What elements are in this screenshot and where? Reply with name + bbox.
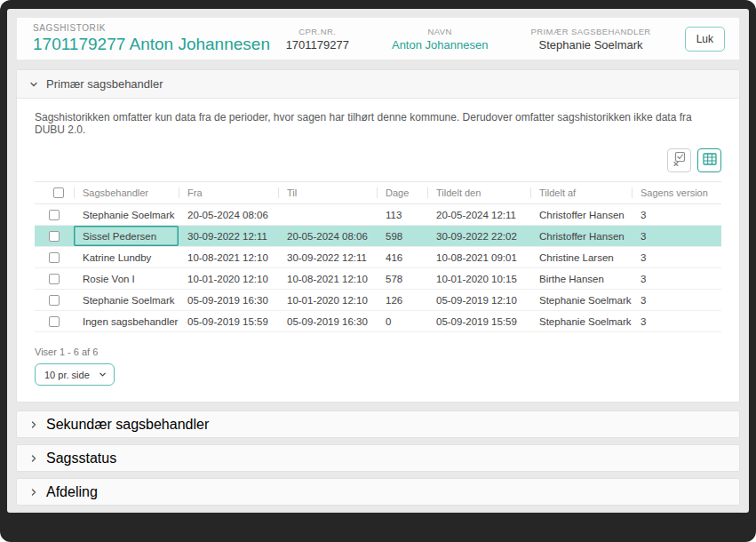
- field-primaer-label: PRIMÆR SAGSBEHANDLER: [530, 27, 650, 36]
- field-navn-label: NAVN: [428, 27, 452, 36]
- chevron-right-icon: [29, 454, 38, 463]
- column-header-til[interactable]: Til: [278, 182, 377, 203]
- cell-sagens-version: 3: [632, 274, 721, 284]
- column-header-sagsbehandler[interactable]: Sagsbehandler: [74, 182, 179, 203]
- cell-dage: 578: [377, 274, 427, 284]
- cell-sagsbehandler: Stephanie Soelmark: [74, 295, 179, 306]
- row-checkbox-cell: [35, 252, 74, 263]
- table-row[interactable]: Rosie Von I 10-01-2020 12:10 10-08-2021 …: [35, 268, 721, 290]
- section-primaer-sagsbehandler: Primær sagsbehandler Sagshistorikken omf…: [16, 69, 740, 403]
- cell-fra: 10-01-2020 12:10: [179, 274, 278, 284]
- cell-tildelt-den: 05-09-2019 15:59: [427, 316, 530, 327]
- column-header-tildelt-den[interactable]: Tildelt den: [427, 182, 530, 203]
- field-navn: NAVN Anton Johannesen: [392, 27, 488, 52]
- table-view-button[interactable]: [697, 148, 721, 172]
- accordion-header-collapsed[interactable]: Sekundær sagsbehandler: [16, 410, 740, 438]
- cell-tildelt-af: Stephanie Soelmark: [530, 316, 632, 327]
- cell-dage: 416: [377, 252, 427, 263]
- select-all-checkbox[interactable]: [53, 187, 64, 198]
- clear-selection-button[interactable]: [667, 148, 691, 172]
- accordion-header-collapsed[interactable]: Afdeling: [16, 478, 740, 506]
- field-cprnr: CPR.NR. 1701179277: [286, 27, 349, 52]
- chevron-down-icon: [29, 80, 38, 89]
- cell-sagsbehandler: Stephanie Soelmark: [74, 210, 179, 220]
- table-row[interactable]: Stephanie Soelmark 05-09-2019 16:30 10-0…: [35, 290, 721, 311]
- table-row[interactable]: Katrine Lundby 10-08-2021 12:10 30-09-20…: [35, 247, 721, 268]
- cell-dage: 0: [377, 316, 427, 327]
- cell-til: 10-08-2021 12:10: [278, 274, 377, 284]
- cell-til: 10-01-2020 12:10: [278, 295, 377, 306]
- cell-tildelt-den: 05-09-2019 12:10: [427, 295, 530, 306]
- chevron-right-icon: [29, 488, 38, 497]
- page-title: 1701179277 Anton Johannesen: [33, 35, 270, 54]
- dialog-header: SAGSHISTORIK 1701179277 Anton Johannesen…: [16, 17, 740, 60]
- cell-fra: 30-09-2022 12:11: [179, 231, 278, 242]
- cell-sagsbehandler: Katrine Lundby: [74, 252, 179, 263]
- table-row[interactable]: Stephanie Soelmark 20-05-2024 08:06 113 …: [35, 204, 721, 226]
- info-text: Sagshistorikken omfatter kun data fra de…: [35, 111, 721, 136]
- field-navn-value-link[interactable]: Anton Johannesen: [392, 38, 488, 52]
- cell-tildelt-af: Birthe Hansen: [530, 274, 632, 284]
- accordion-header-primaer[interactable]: Primær sagsbehandler: [17, 70, 739, 98]
- dialog-overline: SAGSHISTORIK: [33, 23, 270, 33]
- cell-dage: 113: [377, 210, 427, 220]
- cell-til: 20-05-2024 08:06: [278, 231, 377, 242]
- row-checkbox-cell: [35, 316, 74, 327]
- cell-sagens-version: 3: [632, 231, 721, 242]
- accordion-title: Sagsstatus: [46, 450, 116, 466]
- page-size-select[interactable]: 10 pr. side: [35, 363, 115, 386]
- column-header-tildelt-af[interactable]: Tildelt af: [530, 182, 632, 203]
- saghistorik-dialog: SAGSHISTORIK 1701179277 Anton Johannesen…: [7, 9, 749, 513]
- cell-dage: 598: [377, 231, 427, 242]
- row-checkbox[interactable]: [49, 274, 60, 284]
- cell-tildelt-af: Stephanie Soelmark: [530, 295, 632, 306]
- cell-dage: 126: [377, 295, 427, 306]
- cell-til: 05-09-2019 16:30: [278, 316, 377, 327]
- row-checkbox[interactable]: [49, 252, 60, 263]
- cell-sagens-version: 3: [632, 316, 721, 327]
- table-header-row: Sagsbehandler Fra Til Dage Tildelt den T…: [35, 181, 721, 204]
- cell-sagens-version: 3: [632, 210, 721, 220]
- header-fields: CPR.NR. 1701179277 NAVN Anton Johannesen…: [286, 27, 651, 52]
- cell-tildelt-af: Christine Larsen: [530, 252, 632, 263]
- column-header-fra[interactable]: Fra: [179, 182, 278, 203]
- table-row[interactable]: Sissel Pedersen 30-09-2022 12:11 20-05-2…: [35, 226, 721, 247]
- chevron-right-icon: [29, 420, 38, 429]
- table-row[interactable]: Ingen sagsbehandler 05-09-2019 15:59 05-…: [35, 311, 721, 332]
- cell-sagsbehandler: Sissel Pedersen: [74, 226, 179, 246]
- accordion-title: Sekundær sagsbehandler: [46, 417, 209, 433]
- pagination-summary: Viser 1 - 6 af 6: [35, 347, 721, 357]
- column-header-sagens-version[interactable]: Sagens version: [632, 182, 721, 203]
- cell-tildelt-den: 30-09-2022 22:02: [427, 231, 530, 242]
- cell-sagsbehandler: Rosie Von I: [74, 274, 179, 284]
- cell-tildelt-af: Christoffer Hansen: [530, 231, 632, 242]
- accordion-title: Afdeling: [46, 484, 98, 500]
- table-toolbar: [35, 148, 721, 172]
- cell-fra: 05-09-2019 15:59: [179, 316, 278, 327]
- row-checkbox-cell: [35, 295, 74, 306]
- cell-fra: 10-08-2021 12:10: [179, 252, 278, 263]
- row-checkbox-cell: [35, 274, 74, 284]
- cell-til: 30-09-2022 12:11: [278, 252, 377, 263]
- field-primaer-value: Stephanie Soelmark: [538, 38, 642, 52]
- row-checkbox[interactable]: [49, 231, 60, 242]
- select-all-checkbox-cell: [35, 182, 74, 203]
- row-checkbox[interactable]: [49, 316, 60, 327]
- cell-sagens-version: 3: [632, 295, 721, 306]
- row-checkbox[interactable]: [49, 295, 60, 306]
- cell-fra: 05-09-2019 16:30: [179, 295, 278, 306]
- checkbox-clear-icon: [672, 151, 687, 170]
- cell-tildelt-den: 10-01-2020 10:15: [427, 274, 530, 284]
- column-header-dage[interactable]: Dage: [377, 182, 427, 203]
- accordion-header-collapsed[interactable]: Sagsstatus: [16, 444, 740, 472]
- cell-fra: 20-05-2024 08:06: [179, 210, 278, 220]
- accordion-body: Sagshistorikken omfatter kun data fra de…: [17, 98, 739, 402]
- accordion-header-collapsed[interactable]: Team: [16, 512, 740, 513]
- cell-tildelt-den: 10-08-2021 09:01: [427, 252, 530, 263]
- row-checkbox-cell: [35, 231, 74, 242]
- page-size-value: 10 pr. side: [44, 370, 90, 380]
- accordion-title: Primær sagsbehandler: [46, 77, 163, 91]
- row-checkbox[interactable]: [49, 210, 60, 220]
- cell-tildelt-af: Christoffer Hansen: [530, 210, 632, 220]
- close-button[interactable]: Luk: [685, 27, 725, 52]
